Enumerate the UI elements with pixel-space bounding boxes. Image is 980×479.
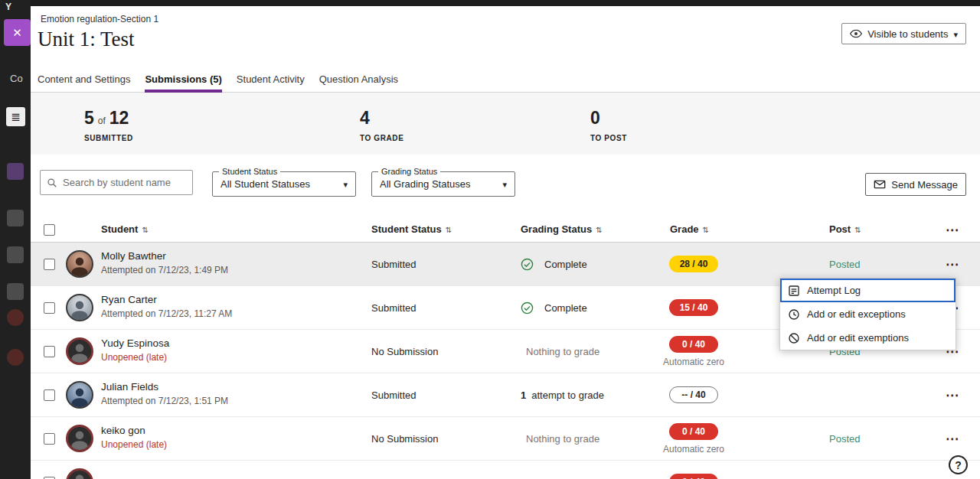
grading-status-text: Nothing to grade	[526, 346, 599, 357]
menu-item-add-edit-exceptions[interactable]: Add or edit exceptions	[780, 302, 956, 326]
table-header-menu-button[interactable]	[946, 217, 959, 243]
stat-submitted: 5 of 12 SUBMITTED	[84, 108, 133, 142]
stat-submitted-total: 12	[109, 108, 129, 129]
student-name[interactable]: Julian Fields	[101, 381, 228, 393]
table-row: keiko gon Unopened (late) No Submission …	[31, 417, 980, 461]
sort-icon	[699, 223, 709, 235]
grading-status-select[interactable]: Grading Status All Grading Statuses	[371, 171, 515, 197]
row-menu-button[interactable]	[946, 417, 959, 460]
student-subtext: Attempted on 7/12/23, 1:49 PM	[101, 265, 228, 275]
grading-status-select-value: All Grading Statuses	[380, 178, 471, 190]
auto-zero-note: Automatic zero	[663, 357, 724, 367]
column-post[interactable]: Post	[829, 223, 861, 235]
stat-to-post: 0 TO POST	[590, 108, 627, 142]
chevron-down-icon	[502, 178, 507, 190]
grade-pill[interactable]: 0 / 40	[669, 336, 718, 353]
stat-to-grade-value: 4	[360, 108, 370, 129]
gradebook-icon	[6, 107, 25, 126]
grade-cell: 0 / 40 Automatic zero	[669, 330, 718, 373]
student-status-select-label: Student Status	[219, 167, 280, 176]
tab-submissions[interactable]: Submissions (5)	[145, 69, 221, 93]
row-checkbox[interactable]	[44, 346, 55, 357]
row-checkbox[interactable]	[44, 302, 55, 314]
column-grade[interactable]: Grade	[670, 223, 709, 235]
menu-item-attempt-log[interactable]: Attempt Log	[780, 279, 956, 302]
row-menu-button[interactable]	[946, 373, 959, 416]
column-student[interactable]: Student	[101, 223, 149, 235]
sidebar-ghost-icon	[7, 163, 24, 180]
select-all-checkbox[interactable]	[44, 224, 55, 236]
chevron-down-icon	[953, 28, 958, 40]
grade-cell: 0 / 40	[669, 461, 718, 479]
person-icon	[69, 472, 90, 479]
column-student-status[interactable]: Student Status	[371, 223, 452, 235]
search-icon	[47, 178, 57, 188]
question-mark-icon: ?	[955, 459, 962, 471]
grading-status-text: Complete	[544, 259, 587, 270]
grading-status: Complete	[521, 243, 587, 285]
grade-pill[interactable]: 0 / 40	[669, 474, 718, 479]
student-name[interactable]: keiko gon	[101, 425, 167, 436]
grading-status-text: Complete	[544, 302, 587, 314]
avatar	[66, 381, 93, 409]
grade-pill[interactable]: -- / 40	[669, 386, 718, 403]
grade-pill[interactable]: 28 / 40	[669, 256, 718, 272]
student-name[interactable]: Molly Bawther	[101, 250, 228, 262]
student-status: No Submission	[371, 417, 438, 460]
stat-submitted-connector: of	[98, 116, 106, 126]
column-grading-status[interactable]: Grading Status	[521, 223, 603, 235]
sort-icon	[138, 223, 148, 235]
assessment-panel: Emotion regulation-Section 1 Unit 1: Tes…	[31, 6, 980, 479]
grading-status-count: 1	[521, 389, 526, 401]
sidebar-partial-label: Co	[10, 73, 23, 84]
sidebar-partial-text: Y	[5, 2, 11, 12]
table-row: 0 / 40	[31, 461, 980, 479]
grading-status	[521, 461, 526, 479]
grading-status: Complete	[521, 286, 587, 329]
grading-status: 1 attempt to grade	[521, 373, 604, 416]
stat-submitted-label: SUBMITTED	[84, 134, 133, 142]
avatar	[66, 425, 93, 452]
student-subtext: Unopened (late)	[101, 352, 169, 363]
post-status[interactable]: Posted	[829, 417, 860, 460]
grade-pill[interactable]: 0 / 40	[669, 423, 718, 440]
stat-to-post-label: TO POST	[590, 134, 627, 142]
student-status-select-value: All Student Statuses	[220, 178, 310, 190]
tab-student-activity[interactable]: Student Activity	[237, 69, 305, 93]
student-name[interactable]: Ryan Carter	[101, 294, 232, 305]
sidebar-ghost-icon	[7, 210, 24, 226]
help-button[interactable]: ?	[949, 455, 968, 474]
grading-status-text: Nothing to grade	[526, 433, 599, 445]
avatar	[66, 250, 93, 278]
person-icon	[69, 255, 90, 276]
avatar	[66, 468, 93, 479]
visibility-button[interactable]: Visible to students	[841, 23, 966, 44]
student-search	[40, 170, 193, 195]
tab-content-and-settings[interactable]: Content and Settings	[38, 69, 130, 93]
student-name[interactable]: Yudy Espinosa	[101, 337, 169, 349]
row-checkbox[interactable]	[44, 433, 55, 445]
breadcrumb: Emotion regulation-Section 1	[41, 14, 158, 24]
grade-pill[interactable]: 15 / 40	[669, 299, 718, 316]
send-message-button[interactable]: Send Message	[865, 173, 966, 196]
menu-item-add-edit-exemptions[interactable]: Add or edit exemptions	[780, 326, 956, 350]
student-subtext: Attempted on 7/12/23, 1:51 PM	[101, 396, 228, 406]
sidebar-ghost-icon	[7, 309, 24, 326]
grading-status-text: attempt to grade	[531, 389, 604, 401]
person-icon	[69, 341, 90, 363]
table-header: Student Student Status Grading Status Gr…	[31, 217, 980, 243]
menu-item-label: Attempt Log	[807, 285, 861, 296]
student-status: Submitted	[371, 286, 416, 329]
chevron-down-icon	[343, 178, 348, 190]
attempt-log-icon	[788, 285, 800, 297]
tab-question-analysis[interactable]: Question Analysis	[319, 69, 398, 93]
student-status-select[interactable]: Student Status All Student Statuses	[212, 171, 356, 197]
close-panel-button[interactable]: ✕	[4, 19, 31, 46]
complete-check-icon	[521, 301, 534, 314]
auto-zero-note: Automatic zero	[663, 444, 724, 455]
row-checkbox[interactable]	[44, 259, 55, 270]
row-checkbox[interactable]	[44, 389, 55, 401]
person-icon	[69, 386, 90, 407]
search-input[interactable]	[63, 177, 186, 188]
sort-icon	[592, 223, 602, 235]
